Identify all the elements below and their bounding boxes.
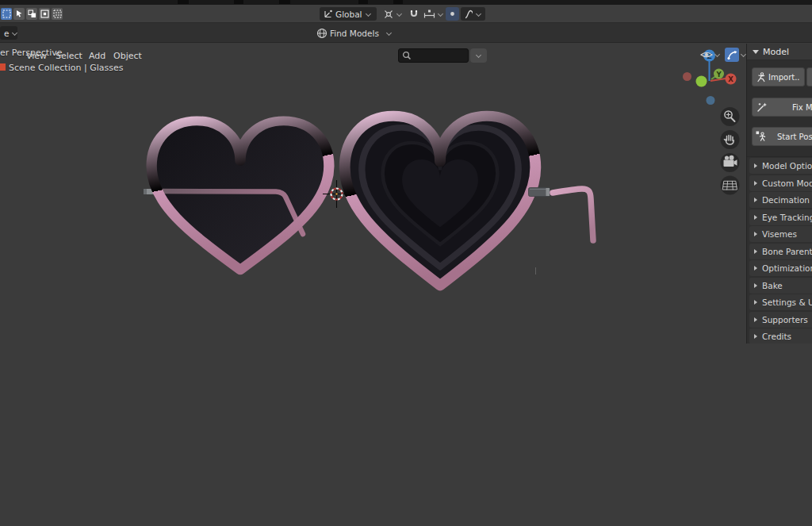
panel-title: Model [763, 47, 789, 57]
fix-model-button[interactable]: Fix Mo [752, 98, 812, 117]
search-input[interactable] [412, 51, 459, 60]
section-label: Bake [762, 281, 783, 290]
disclosure-closed-icon [754, 283, 757, 288]
disclosure-closed-icon [754, 300, 757, 305]
section-label: Custom Mod [762, 179, 812, 188]
disclosure-closed-icon [754, 266, 757, 271]
menu-add[interactable]: Add [86, 49, 109, 63]
section-decimation[interactable]: Decimation [749, 192, 812, 208]
chevron-down-icon [741, 52, 746, 57]
armature-icon [756, 72, 766, 83]
section-model-options[interactable]: Model Option [749, 158, 812, 174]
section-label: Model Option [762, 161, 812, 171]
collapsed-sections-list: Model Option Custom Mod Decimation Eye T… [747, 158, 812, 344]
magnet-icon [408, 9, 419, 20]
panel-header-model[interactable]: Model [747, 44, 812, 60]
select-extend-icon [15, 10, 24, 18]
chevron-down-icon [476, 53, 481, 58]
section-bake[interactable]: Bake [749, 278, 812, 294]
select-mode-set-button[interactable] [1, 8, 12, 20]
axis-label-x: X [728, 75, 733, 83]
section-custom-model[interactable]: Custom Mod [749, 175, 812, 191]
search-options-button[interactable] [470, 48, 487, 63]
disclosure-open-icon [753, 50, 759, 54]
falloff-curve-icon [465, 9, 473, 19]
import-button-label: Import.. [768, 73, 800, 82]
model-search-box[interactable] [398, 48, 469, 63]
sidebar-cats-panel: Model Import.. Fix Mo Start Pose Model O… [746, 44, 812, 344]
viewport-3d[interactable]: Z Y X [0, 0, 812, 526]
section-optimization[interactable]: Optimization [749, 260, 812, 276]
find-models-label: Find Models [330, 29, 379, 38]
orientation-icon [324, 10, 332, 18]
pivot-icon [383, 9, 394, 20]
menu-object[interactable]: Object [110, 49, 145, 63]
select-intersect-icon [53, 10, 62, 18]
section-label: Optimization [762, 263, 812, 273]
object-color-swatch [0, 63, 6, 71]
start-pose-button-label: Start Pose [777, 132, 812, 141]
pose-figure-icon [756, 131, 767, 142]
orthographic-toggle-button[interactable] [721, 176, 740, 195]
section-label: Visemes [762, 229, 797, 239]
section-credits[interactable]: Credits [749, 328, 812, 344]
menu-view[interactable]: View [23, 49, 50, 63]
pan-hand-button[interactable] [721, 130, 740, 149]
start-pose-mode-button[interactable]: Start Pose [752, 127, 812, 146]
select-mode-invert-button[interactable] [39, 8, 50, 20]
section-bone-parenting[interactable]: Bone Parenti [749, 244, 812, 259]
axis-ball-neg-x[interactable] [683, 72, 691, 81]
axis-label-y: Y [715, 71, 722, 79]
magic-wand-icon [756, 102, 768, 113]
section-label: Credits [762, 332, 791, 341]
glasses-object[interactable] [144, 116, 593, 286]
chevron-down-icon [438, 12, 443, 17]
select-set-icon [2, 10, 11, 18]
export-model-button-clipped[interactable] [806, 67, 812, 86]
snap-toggle-button[interactable] [406, 7, 422, 21]
section-label: Settings & Up [762, 298, 812, 307]
menu-select[interactable]: Select [52, 49, 86, 63]
disclosure-closed-icon [754, 198, 757, 202]
chevron-down-icon [386, 31, 392, 36]
viewport-header: e View Select Add Object Find Models [0, 23, 812, 43]
axis-ball-neg-z[interactable] [707, 96, 715, 105]
section-supporters[interactable]: Supporters [749, 312, 812, 328]
pivot-point-dropdown[interactable] [381, 7, 404, 21]
show-gizmo-toggle[interactable] [725, 48, 746, 62]
select-mode-subtract-button[interactable] [26, 8, 37, 20]
select-mode-extend-button[interactable] [13, 8, 25, 20]
mode-label: e [4, 29, 9, 38]
disclosure-closed-icon [754, 232, 757, 236]
model-panel-body: Import.. Fix Mo Start Pose [747, 60, 812, 157]
camera-view-button[interactable] [721, 153, 740, 172]
snap-target-dropdown[interactable] [421, 7, 446, 21]
mode-dropdown-clipped[interactable]: e [0, 26, 17, 40]
disclosure-closed-icon [754, 181, 757, 186]
axis-ball-pos-y-front[interactable] [696, 76, 707, 87]
chevron-down-icon [476, 12, 481, 17]
zoom-button[interactable] [721, 107, 740, 126]
disclosure-closed-icon [754, 249, 757, 254]
blender-window: Z Y X [0, 0, 812, 526]
disclosure-closed-icon [754, 215, 757, 220]
section-visemes[interactable]: Visemes [749, 226, 812, 242]
import-model-button[interactable]: Import.. [752, 67, 805, 86]
chevron-down-icon [396, 12, 402, 17]
select-mode-intersect-button[interactable] [52, 8, 63, 20]
proportional-falloff-dropdown[interactable] [461, 7, 485, 21]
transform-orientation-dropdown[interactable]: Global [320, 7, 377, 21]
fix-model-button-label: Fix Mo [792, 103, 812, 112]
show-object-types-dropdown[interactable] [700, 48, 720, 62]
select-subtract-icon [28, 10, 36, 18]
section-label: Decimation [762, 195, 810, 205]
find-models-dropdown[interactable]: Find Models [314, 26, 394, 40]
gizmo-icon [725, 48, 739, 62]
section-eye-tracking[interactable]: Eye Tracking [749, 209, 812, 225]
proportional-editing-toggle[interactable] [446, 7, 459, 21]
right-temple-arm [553, 189, 593, 240]
breadcrumb: Scene Collection | Glasses [9, 63, 123, 73]
eye-icon [700, 50, 713, 60]
tool-settings-bar: Global [0, 5, 812, 23]
section-settings-updates[interactable]: Settings & Up [749, 294, 812, 310]
